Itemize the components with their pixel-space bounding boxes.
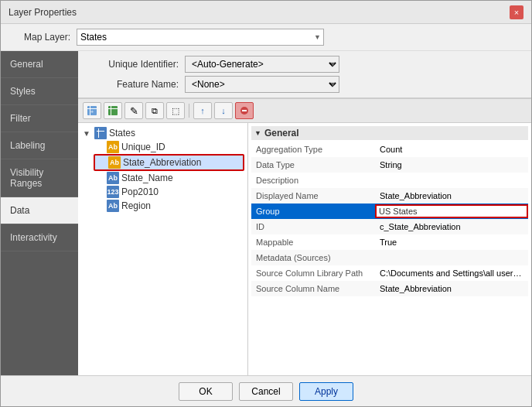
section-collapse-icon: ▼ — [254, 129, 261, 137]
map-layer-row: Map Layer: States — [1, 24, 531, 51]
add-table-icon: + — [87, 105, 97, 116]
toolbar-delete-button[interactable] — [235, 102, 254, 119]
toolbar-up-button[interactable]: ↑ — [193, 102, 212, 119]
region-node-label: Region — [121, 200, 151, 211]
prop-value-mappable: True — [375, 234, 528, 250]
prop-label-description: Description — [251, 173, 375, 188]
split-view: ▼ States Ab Unique_ID — [78, 123, 531, 375]
prop-label-mappable: Mappable — [251, 234, 375, 250]
toolbar-down-button[interactable]: ↓ — [214, 102, 233, 119]
map-layer-label: Map Layer: — [9, 32, 70, 43]
toolbar: + ✎ ⧉ ⬚ ↑ ↓ — [78, 98, 531, 123]
map-layer-select[interactable]: States — [77, 29, 324, 46]
svg-text:+: + — [90, 109, 94, 115]
toolbar-paste-button[interactable]: ⬚ — [166, 102, 185, 119]
sidebar: General Styles Filter Labeling Visibilit… — [1, 51, 78, 375]
config-rows: Unique Identifier: <Auto-Generate> Featu… — [78, 51, 531, 98]
ab-text-icon-2: Ab — [108, 156, 121, 169]
prop-label-id: ID — [251, 219, 375, 234]
right-panel: Unique Identifier: <Auto-Generate> Featu… — [78, 51, 531, 375]
state-name-node-label: State_Name — [121, 173, 173, 183]
prop-label-aggregation: Aggregation Type — [251, 142, 375, 157]
prop-value-metadata — [375, 250, 528, 265]
cancel-button[interactable]: Cancel — [239, 382, 293, 401]
int-icon: 123 — [107, 186, 119, 198]
feature-name-row: Feature Name: <None> — [86, 76, 523, 93]
tree-node-state-name[interactable]: Ab State_Name — [94, 171, 244, 185]
feature-name-select-wrapper: <None> — [185, 76, 339, 93]
prop-label-source-library: Source Column Library Path — [251, 265, 375, 281]
svg-rect-6 — [111, 106, 111, 115]
sidebar-item-visibility[interactable]: Visibility Ranges — [1, 159, 78, 197]
pop2010-node-label: Pop2010 — [121, 186, 159, 197]
table-row-data-type: Data Type String — [251, 157, 528, 173]
tree-node-pop2010[interactable]: 123 Pop2010 — [94, 185, 244, 199]
prop-value-data-type: String — [375, 157, 528, 173]
bottom-bar: OK Cancel Apply — [1, 375, 531, 406]
toolbar-add-table-button[interactable]: + — [83, 102, 101, 119]
sidebar-item-filter[interactable]: Filter — [1, 105, 78, 132]
sidebar-item-styles[interactable]: Styles — [1, 78, 78, 105]
group-value-input[interactable] — [375, 204, 528, 218]
tree-node-unique-id[interactable]: Ab Unique_ID — [94, 140, 244, 154]
svg-rect-9 — [96, 128, 105, 138]
title-bar: Layer Properties × — [1, 1, 531, 24]
section-label: General — [264, 128, 299, 139]
tree-children: Ab Unique_ID Ab State_Abbreviation A — [94, 140, 244, 213]
svg-rect-10 — [97, 131, 104, 132]
ab-blue-icon-1: Ab — [107, 172, 119, 184]
ok-button[interactable]: OK — [179, 382, 233, 401]
table-row-mappable: Mappable True — [251, 234, 528, 250]
prop-value-aggregation: Count — [375, 142, 528, 157]
feature-name-label: Feature Name: — [86, 79, 179, 90]
toolbar-separator-1 — [189, 104, 189, 118]
props-section-header: ▼ General — [251, 126, 528, 140]
ab-blue-icon-2: Ab — [107, 200, 119, 212]
unique-id-node-label: Unique_ID — [121, 142, 165, 152]
props-table: Aggregation Type Count Data Type String … — [251, 142, 528, 296]
sidebar-item-general[interactable]: General — [1, 51, 78, 78]
tree-node-region[interactable]: Ab Region — [94, 199, 244, 213]
prop-label-metadata: Metadata (Sources) — [251, 250, 375, 265]
tree-root-label: States — [109, 128, 135, 139]
close-button[interactable]: × — [510, 5, 523, 19]
sidebar-item-interactivity[interactable]: Interactivity — [1, 224, 78, 251]
prop-value-displayed-name: State_Abbreviation — [375, 188, 528, 204]
unique-id-select[interactable]: <Auto-Generate> — [185, 56, 339, 73]
prop-value-description — [375, 173, 528, 188]
main-content: General Styles Filter Labeling Visibilit… — [1, 51, 531, 375]
svg-rect-11 — [98, 128, 99, 138]
apply-button[interactable]: Apply — [299, 382, 353, 401]
toolbar-add-field-button[interactable] — [104, 102, 122, 119]
table-row-source-column: Source Column Name State_Abbreviation — [251, 281, 528, 296]
unique-id-row: Unique Identifier: <Auto-Generate> — [86, 56, 523, 73]
delete-icon — [240, 106, 249, 115]
prop-label-data-type: Data Type — [251, 157, 375, 173]
tree-panel: ▼ States Ab Unique_ID — [78, 123, 248, 375]
prop-label-source-column: Source Column Name — [251, 281, 375, 296]
props-panel: ▼ General Aggregation Type Count Data Ty… — [248, 123, 531, 375]
tree-node-state-abbrev[interactable]: Ab State_Abbreviation — [94, 154, 244, 171]
unique-id-select-wrapper: <Auto-Generate> — [185, 56, 339, 73]
table-row-group[interactable]: Group — [251, 204, 528, 219]
ab-text-icon-1: Ab — [107, 141, 119, 153]
toolbar-copy-button[interactable]: ⧉ — [145, 102, 164, 119]
sidebar-item-data[interactable]: Data — [1, 197, 78, 224]
expand-icon-root: ▼ — [83, 129, 92, 138]
feature-name-select[interactable]: <None> — [185, 76, 339, 93]
prop-value-group-cell — [375, 204, 528, 219]
dialog-title: Layer Properties — [9, 7, 77, 18]
prop-value-id: c_State_Abbreviation — [375, 219, 528, 234]
unique-id-label: Unique Identifier: — [86, 59, 179, 70]
table-row-description: Description — [251, 173, 528, 188]
map-layer-select-wrapper: States — [77, 29, 324, 46]
table-row-displayed-name: Displayed Name State_Abbreviation — [251, 188, 528, 204]
svg-rect-5 — [108, 108, 118, 109]
prop-value-source-column: State_Abbreviation — [375, 281, 528, 296]
toolbar-edit-button[interactable]: ✎ — [124, 102, 143, 119]
table-row-metadata: Metadata (Sources) — [251, 250, 528, 265]
tree-node-root[interactable]: ▼ States — [81, 126, 244, 140]
table-row-id: ID c_State_Abbreviation — [251, 219, 528, 234]
prop-label-group: Group — [251, 204, 375, 219]
sidebar-item-labeling[interactable]: Labeling — [1, 132, 78, 159]
